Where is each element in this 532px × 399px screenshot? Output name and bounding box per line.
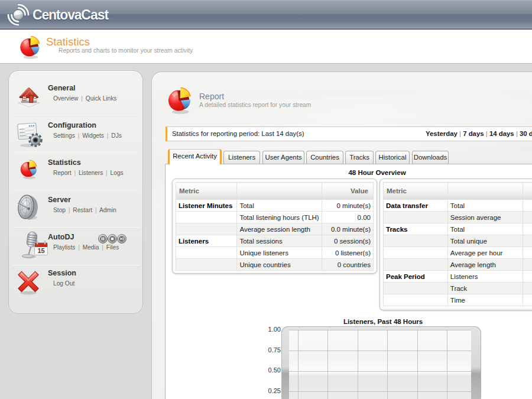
svg-text:15: 15 — [37, 247, 44, 254]
